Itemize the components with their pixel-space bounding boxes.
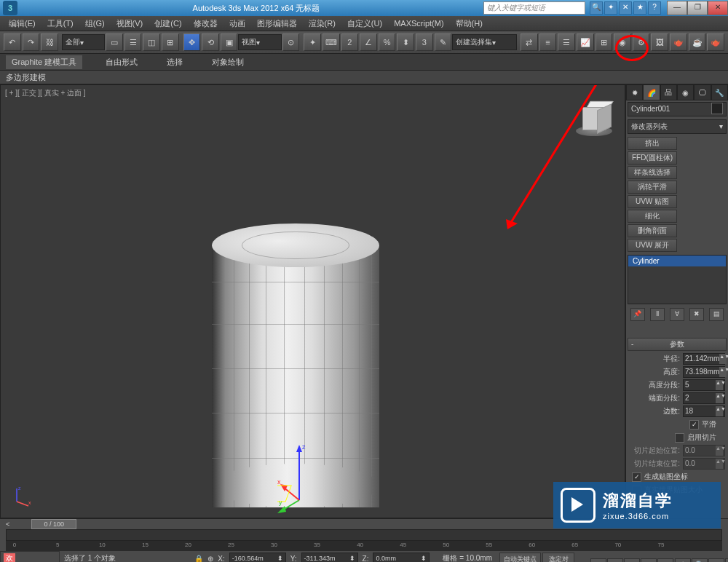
- x-coord-input[interactable]: -160.564m⬍: [229, 553, 286, 562]
- object-color-swatch[interactable]: [711, 103, 723, 114]
- search-icon[interactable]: 🔍: [590, 1, 603, 15]
- snaps-angle-button[interactable]: ∠: [360, 33, 377, 51]
- pin-stack-icon[interactable]: 📌: [630, 308, 645, 321]
- ribbon-tab-freeform[interactable]: 自由形式: [100, 55, 143, 69]
- viewcube[interactable]: [574, 95, 614, 136]
- mod-btn-uvwmap[interactable]: UVW 贴图: [628, 195, 677, 208]
- favorite-icon[interactable]: ★: [633, 1, 646, 15]
- mirror-button[interactable]: ⇄: [521, 33, 538, 51]
- y-coord-input[interactable]: -311.343m⬍: [301, 553, 358, 562]
- window-crossing-button[interactable]: ⊞: [162, 33, 179, 51]
- quick-render-button[interactable]: 🫖: [707, 33, 724, 51]
- create-tab-icon[interactable]: ✹: [626, 84, 643, 100]
- genuv-checkbox[interactable]: ✓: [632, 472, 641, 482]
- curve-editor-button[interactable]: 📈: [577, 33, 594, 51]
- align-button[interactable]: ≡: [539, 33, 557, 51]
- mod-btn-uvwunwrap[interactable]: UVW 展开: [628, 239, 677, 252]
- mod-btn-splinesel[interactable]: 样条线选择: [628, 166, 677, 179]
- motion-tab-icon[interactable]: ◉: [677, 84, 694, 100]
- viewport-pan-icon[interactable]: ✥: [675, 558, 691, 562]
- maximize-button[interactable]: ❐: [687, 1, 708, 15]
- viewport-zoom-icon[interactable]: 🔍: [692, 558, 708, 562]
- material-editor-button[interactable]: ◉: [614, 33, 631, 51]
- subscription-icon[interactable]: ✦: [604, 1, 617, 15]
- goto-start-icon[interactable]: ⏮: [590, 558, 606, 562]
- schematic-button[interactable]: ⊞: [596, 33, 613, 51]
- viewport-max-icon[interactable]: ⛶: [725, 558, 728, 562]
- menu-edit[interactable]: 编辑(E): [3, 18, 41, 29]
- utilities-tab-icon[interactable]: 🔧: [711, 84, 728, 100]
- exchange-icon[interactable]: ✕: [619, 1, 632, 15]
- menu-views[interactable]: 视图(V): [111, 18, 149, 29]
- next-frame-icon[interactable]: ▶: [641, 558, 657, 562]
- radius-spinner[interactable]: 21.142mm▲▼: [683, 353, 725, 365]
- spinner-snap-button[interactable]: ⬍: [397, 33, 414, 51]
- render-preset-button[interactable]: ☕: [689, 33, 706, 51]
- select-by-name-button[interactable]: ☰: [124, 33, 142, 51]
- minimize-button[interactable]: —: [667, 1, 687, 15]
- remove-modifier-icon[interactable]: ✖: [689, 308, 704, 321]
- menu-modifiers[interactable]: 修改器: [188, 18, 223, 29]
- modifier-list-dropdown[interactable]: 修改器列表▾: [628, 119, 727, 134]
- viewport[interactable]: [ + ][ 正交 ][ 真实 + 边面 ]: [0, 84, 625, 518]
- menu-customize[interactable]: 自定义(U): [341, 18, 388, 29]
- slice-checkbox[interactable]: [675, 433, 684, 443]
- viewport-label[interactable]: [ + ][ 正交 ][ 真实 + 边面 ]: [5, 88, 86, 98]
- menu-animation[interactable]: 动画: [223, 18, 251, 29]
- keymode-dropdown[interactable]: 选定对: [542, 553, 574, 563]
- menu-maxscript[interactable]: MAXScript(M): [388, 19, 449, 28]
- redo-button[interactable]: ↷: [23, 33, 40, 51]
- snaps-percent-button[interactable]: %: [379, 33, 396, 51]
- show-end-result-icon[interactable]: Ⅱ: [650, 308, 665, 321]
- select-scale-button[interactable]: ▣: [221, 33, 238, 51]
- snaps-3d-button[interactable]: 3: [416, 33, 433, 51]
- lock-icon[interactable]: 🔒: [194, 555, 203, 563]
- named-selset-dropdown[interactable]: 创建选择集 ▾: [452, 34, 517, 50]
- menu-grapheditors[interactable]: 图形编辑器: [251, 18, 303, 29]
- menu-group[interactable]: 组(G): [79, 18, 111, 29]
- render-setup-button[interactable]: ⚙: [633, 33, 650, 51]
- mod-btn-turbosmooth[interactable]: 涡轮平滑: [628, 181, 677, 194]
- snaps-2d-button[interactable]: 2: [341, 33, 359, 51]
- select-object-button[interactable]: ▭: [106, 33, 123, 51]
- viewport-orbit-icon[interactable]: ⟲: [708, 558, 724, 562]
- help-icon[interactable]: ?: [648, 1, 661, 15]
- layers-button[interactable]: ☰: [558, 33, 575, 51]
- ref-coord-dropdown[interactable]: 视图 ▾: [238, 34, 281, 50]
- render-button[interactable]: 🫖: [670, 33, 687, 51]
- select-rotate-button[interactable]: ⟲: [202, 33, 219, 51]
- time-slider-handle[interactable]: 0 / 100: [31, 519, 76, 529]
- heightsegs-spinner[interactable]: 5▲▼: [683, 379, 725, 391]
- stack-item-cylinder[interactable]: Cylinder: [628, 256, 726, 266]
- goto-end-icon[interactable]: ⏭: [657, 558, 673, 562]
- render-frame-button[interactable]: 🖼: [651, 33, 668, 51]
- make-unique-icon[interactable]: ∀: [670, 308, 684, 321]
- play-icon[interactable]: ▶: [624, 558, 640, 562]
- height-spinner[interactable]: 73.198mm▲▼: [683, 366, 725, 378]
- autokey-button[interactable]: 自动关键点: [499, 553, 541, 563]
- modify-tab-icon[interactable]: 🌈: [643, 84, 660, 100]
- track-bar[interactable]: [6, 529, 722, 541]
- ribbon-tab-objectpaint[interactable]: 对象绘制: [206, 55, 250, 69]
- sides-spinner[interactable]: 18▲▼: [683, 405, 725, 417]
- time-ruler[interactable]: 05 1015 2025 3035 4045 5055 6065 7075: [6, 541, 722, 551]
- menu-rendering[interactable]: 渲染(R): [303, 18, 341, 29]
- prev-frame-icon[interactable]: ◀: [607, 558, 623, 562]
- params-rollout-header[interactable]: 参数: [628, 338, 727, 351]
- configure-sets-icon[interactable]: ▤: [709, 308, 724, 321]
- selection-filter-dropdown[interactable]: 全部 ▾: [62, 34, 105, 50]
- z-coord-input[interactable]: 0.0mm⬍: [373, 553, 430, 562]
- mod-btn-extrude[interactable]: 挤出: [628, 137, 677, 150]
- keyboard-shortcut-button[interactable]: ⌨: [323, 33, 340, 51]
- mod-btn-ffd[interactable]: FFD(圆柱体): [628, 151, 677, 165]
- use-center-button[interactable]: ⊙: [282, 33, 300, 51]
- mod-btn-chamfer[interactable]: 删角剖面: [628, 224, 677, 237]
- undo-button[interactable]: ↶: [4, 33, 21, 51]
- close-button[interactable]: ✕: [708, 1, 728, 15]
- selection-region-button[interactable]: ◫: [143, 33, 160, 51]
- display-tab-icon[interactable]: 🖵: [694, 84, 711, 100]
- ribbon-tab-selection[interactable]: 选择: [161, 55, 189, 69]
- smooth-checkbox[interactable]: ✓: [689, 420, 699, 430]
- menu-create[interactable]: 创建(C): [149, 18, 187, 29]
- scene-object-cylinder[interactable]: [212, 223, 379, 507]
